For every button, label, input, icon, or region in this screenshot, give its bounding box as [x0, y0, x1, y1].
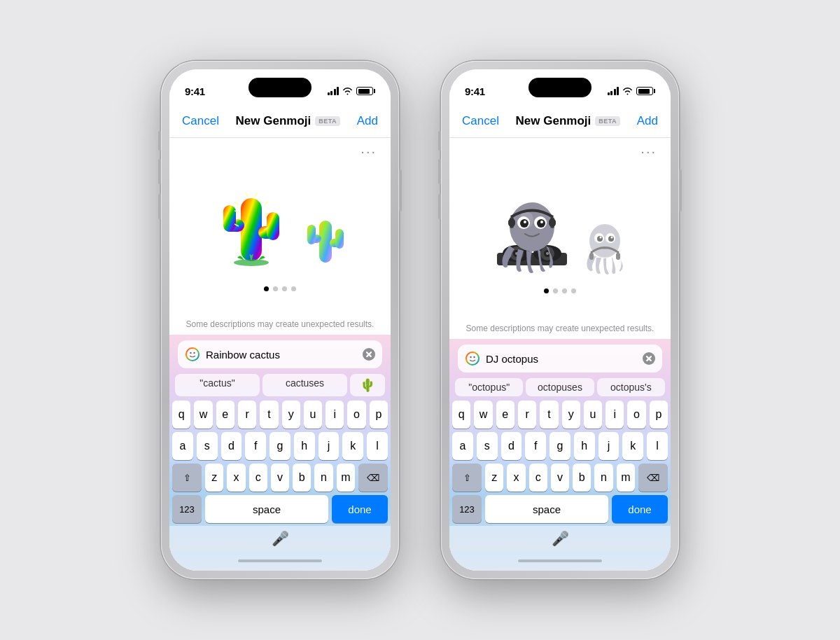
key2-p[interactable]: p [650, 401, 668, 429]
key-g[interactable]: g [270, 432, 290, 460]
key-y[interactable]: y [282, 401, 300, 429]
key2-o[interactable]: o [627, 401, 645, 429]
key2-t[interactable]: t [540, 401, 558, 429]
volume-up-button-2[interactable] [438, 159, 441, 184]
key-r[interactable]: r [238, 401, 256, 429]
clear-button-2[interactable] [643, 352, 655, 365]
autocomplete-item-1-1[interactable]: "cactus" [175, 374, 260, 396]
key-num-1[interactable]: 123 [172, 495, 202, 523]
key2-u[interactable]: u [584, 401, 602, 429]
key2-g[interactable]: g [550, 432, 570, 460]
silent-button-2[interactable] [438, 131, 441, 151]
dot-1-3[interactable] [282, 286, 287, 291]
key-f[interactable]: f [245, 432, 266, 460]
key2-m[interactable]: m [617, 464, 635, 492]
power-button-2[interactable] [679, 169, 682, 211]
key2-delete[interactable]: ⌫ [638, 464, 668, 492]
autocomplete-item-2-3[interactable]: octopus's [597, 378, 665, 396]
key-p[interactable]: p [370, 401, 388, 429]
key-shift[interactable]: ⇧ [172, 464, 202, 492]
silent-button[interactable] [158, 131, 161, 151]
dot-2-active[interactable] [544, 288, 549, 293]
key-b[interactable]: b [293, 464, 311, 492]
key-space-1[interactable]: space [205, 495, 328, 523]
key-v[interactable]: v [271, 464, 289, 492]
key-j[interactable]: j [318, 432, 340, 460]
key-a[interactable]: a [172, 432, 193, 460]
key2-num[interactable]: 123 [452, 495, 482, 523]
key2-w[interactable]: w [474, 401, 492, 429]
key2-f[interactable]: f [525, 432, 546, 460]
dot-2-4[interactable] [571, 288, 576, 293]
key2-e[interactable]: e [496, 401, 514, 429]
autocomplete-item-2-1[interactable]: "octopus" [455, 378, 523, 396]
dot-1-2[interactable] [273, 286, 278, 291]
key2-n[interactable]: n [594, 464, 612, 492]
key2-shift[interactable]: ⇧ [452, 464, 482, 492]
key2-done[interactable]: done [612, 495, 668, 523]
mic-icon-2[interactable]: 🎤 [552, 530, 569, 547]
cancel-button-2[interactable]: Cancel [462, 114, 499, 128]
key2-b[interactable]: b [573, 464, 591, 492]
dot-2-3[interactable] [562, 288, 567, 293]
add-button-2[interactable]: Add [637, 114, 658, 128]
key2-c[interactable]: c [529, 464, 547, 492]
key-t[interactable]: t [260, 401, 278, 429]
key-e[interactable]: e [216, 401, 234, 429]
volume-down-button[interactable] [158, 194, 161, 219]
mic-icon-1[interactable]: 🎤 [272, 530, 289, 547]
dot-1-active[interactable] [264, 286, 269, 291]
autocomplete-item-1-2[interactable]: cactuses [262, 374, 347, 396]
key2-h[interactable]: h [574, 432, 595, 460]
dot-1-4[interactable] [291, 286, 296, 291]
power-button[interactable] [399, 169, 402, 211]
key-n[interactable]: n [314, 464, 332, 492]
autocomplete-item-2-2[interactable]: octopuses [526, 378, 594, 396]
volume-up-button[interactable] [158, 159, 161, 184]
key2-v[interactable]: v [551, 464, 569, 492]
key-c[interactable]: c [249, 464, 267, 492]
key-h[interactable]: h [294, 432, 315, 460]
clear-button-1[interactable] [363, 348, 375, 361]
dot-2-2[interactable] [553, 288, 558, 293]
more-dots-button-2[interactable]: ··· [640, 144, 657, 160]
key2-k[interactable]: k [622, 432, 643, 460]
svg-point-52 [466, 352, 479, 365]
key-w[interactable]: w [194, 401, 212, 429]
key-x[interactable]: x [227, 464, 245, 492]
key-m[interactable]: m [337, 464, 355, 492]
key-delete[interactable]: ⌫ [358, 464, 388, 492]
key2-x[interactable]: x [507, 464, 525, 492]
key2-j[interactable]: j [598, 432, 620, 460]
wifi-icon-2 [622, 87, 633, 95]
key-q[interactable]: q [172, 401, 190, 429]
key2-space[interactable]: space [485, 495, 608, 523]
key2-q[interactable]: q [452, 401, 470, 429]
key-i[interactable]: i [326, 401, 344, 429]
key2-l[interactable]: l [647, 432, 668, 460]
svg-rect-2 [223, 205, 236, 232]
autocomplete-item-1-emoji[interactable]: 🌵 [350, 374, 385, 396]
add-button-1[interactable]: Add [357, 114, 378, 128]
key2-s[interactable]: s [477, 432, 498, 460]
key-u[interactable]: u [304, 401, 322, 429]
key-l[interactable]: l [367, 432, 388, 460]
key2-i[interactable]: i [606, 401, 624, 429]
key-s[interactable]: s [197, 432, 218, 460]
key-done-1[interactable]: done [332, 495, 388, 523]
key-d[interactable]: d [221, 432, 242, 460]
key2-z[interactable]: z [485, 464, 503, 492]
volume-down-button-2[interactable] [438, 194, 441, 219]
key-k[interactable]: k [342, 432, 363, 460]
cancel-button-1[interactable]: Cancel [182, 114, 219, 128]
page-dots-1 [264, 286, 296, 291]
key2-r[interactable]: r [518, 401, 536, 429]
key2-a[interactable]: a [452, 432, 473, 460]
more-dots-button-1[interactable]: ··· [360, 144, 377, 160]
key-z[interactable]: z [205, 464, 223, 492]
key2-y[interactable]: y [562, 401, 580, 429]
search-input-wrapper-1[interactable]: Rainbow cactus [178, 340, 382, 368]
key2-d[interactable]: d [501, 432, 522, 460]
key-o[interactable]: o [347, 401, 365, 429]
search-input-wrapper-2[interactable]: DJ octopus [458, 345, 662, 373]
